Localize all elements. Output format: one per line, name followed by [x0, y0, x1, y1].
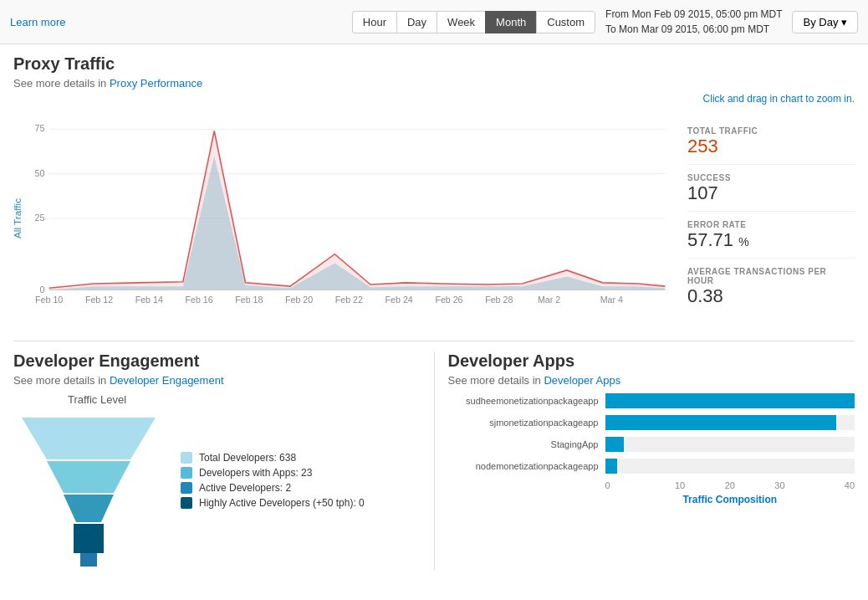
- svg-text:Feb 12: Feb 12: [85, 295, 113, 305]
- proxy-traffic-subtitle: See more details in Proxy Performance: [13, 77, 855, 90]
- bar-label-0: sudheemonetizationpackageapp: [448, 396, 599, 406]
- bar-fill-1: [605, 415, 836, 430]
- dev-apps-subtitle: See more details in Developer Apps: [448, 374, 855, 387]
- svg-text:Feb 10: Feb 10: [35, 295, 63, 305]
- learn-more-link[interactable]: Learn more: [10, 16, 65, 28]
- funnel-legend: Total Developers: 638 Developers with Ap…: [181, 452, 365, 512]
- svg-text:Mar 4: Mar 4: [600, 295, 623, 305]
- svg-rect-28: [80, 553, 97, 567]
- legend-item-3: Highly Active Developers (+50 tph): 0: [181, 497, 365, 509]
- bar-fill-0: [605, 393, 855, 408]
- legend-text-0: Total Developers: 638: [199, 452, 296, 464]
- developer-apps-section: Developer Apps See more details in Devel…: [435, 351, 855, 571]
- funnel-chart-wrapper: Traffic Level: [13, 393, 164, 571]
- error-rate-stat: ERROR RATE 57.71 %: [687, 220, 855, 259]
- bar-row-2: StagingApp: [448, 437, 855, 452]
- bar-row-0: sudheemonetizationpackageapp: [448, 393, 855, 408]
- svg-text:0: 0: [39, 285, 44, 295]
- proxy-traffic-section: Proxy Traffic See more details in Proxy …: [13, 54, 855, 327]
- toolbar-left: Learn more: [10, 16, 65, 28]
- dev-apps-link[interactable]: Developer Apps: [544, 374, 620, 387]
- avg-txn-value: 0.38: [687, 285, 855, 307]
- group-by-button[interactable]: By Day ▾: [792, 11, 858, 33]
- date-range: From Mon Feb 09 2015, 05:00 pm MDT To Mo…: [605, 7, 782, 37]
- success-label: SUCCESS: [687, 173, 855, 182]
- legend-color-2: [181, 482, 192, 494]
- legend-text-1: Developers with Apps: 23: [199, 467, 312, 479]
- svg-marker-25: [47, 461, 130, 493]
- day-button[interactable]: Day: [396, 11, 437, 33]
- custom-button[interactable]: Custom: [536, 11, 595, 33]
- bar-label-2: StagingApp: [448, 439, 599, 449]
- dev-engagement-link[interactable]: Developer Engagement: [110, 374, 224, 387]
- funnel-container: Traffic Level: [13, 393, 421, 571]
- svg-marker-9: [49, 156, 666, 290]
- chart-area: All Traffic 75 50 25 0: [13, 110, 674, 327]
- traffic-level-label: Traffic Level: [30, 393, 164, 406]
- bar-axis-label: Traffic Composition: [605, 494, 855, 505]
- bar-track-2: [605, 437, 855, 452]
- dev-engagement-subtitle: See more details in Developer Engagement: [13, 374, 421, 387]
- svg-text:25: 25: [35, 213, 45, 223]
- legend-text-2: Active Developers: 2: [199, 482, 291, 494]
- x-tick-4: 40: [804, 480, 855, 490]
- svg-text:Feb 20: Feb 20: [285, 295, 313, 305]
- svg-text:Feb 28: Feb 28: [485, 295, 513, 305]
- traffic-chart[interactable]: All Traffic 75 50 25 0: [13, 110, 674, 327]
- legend-item-2: Active Developers: 2: [181, 482, 365, 494]
- bar-track-3: [605, 459, 855, 474]
- bar-row-1: sjmonetizationpackageapp: [448, 415, 855, 430]
- bar-label-1: sjmonetizationpackageapp: [448, 418, 599, 428]
- x-tick-3: 30: [755, 480, 805, 490]
- toolbar: Learn more Hour Day Week Month Custom Fr…: [0, 0, 868, 44]
- svg-marker-10: [49, 131, 666, 290]
- total-traffic-label: TOTAL TRAFFIC: [687, 126, 855, 136]
- dev-engagement-title: Developer Engagement: [13, 351, 421, 371]
- total-traffic-value: 253: [687, 136, 855, 157]
- bar-x-axis: 0 10 20 30 40: [605, 480, 855, 490]
- svg-text:75: 75: [35, 123, 45, 133]
- month-button[interactable]: Month: [485, 11, 536, 33]
- x-tick-1: 10: [655, 480, 705, 490]
- svg-marker-26: [64, 495, 114, 522]
- svg-text:All Traffic: All Traffic: [13, 198, 23, 238]
- time-buttons: Hour Day Week Month Custom: [352, 11, 595, 33]
- proxy-performance-link[interactable]: Proxy Performance: [110, 77, 202, 90]
- date-to: To Mon Mar 09 2015, 06:00 pm MDT: [605, 22, 782, 37]
- total-traffic-stat: TOTAL TRAFFIC 253: [687, 126, 855, 165]
- svg-text:Feb 24: Feb 24: [385, 295, 413, 305]
- legend-item-1: Developers with Apps: 23: [181, 467, 365, 479]
- bar-fill-2: [605, 437, 624, 452]
- bar-track-1: [605, 415, 855, 430]
- zoom-hint: Click and drag in chart to zoom in.: [13, 93, 855, 105]
- svg-text:Feb 26: Feb 26: [435, 295, 462, 305]
- x-tick-2: 20: [705, 480, 755, 490]
- success-value: 107: [687, 182, 855, 204]
- funnel-chart: [13, 409, 164, 568]
- error-rate-value: 57.71 %: [687, 229, 855, 251]
- success-stat: SUCCESS 107: [687, 173, 855, 212]
- svg-text:50: 50: [35, 168, 45, 178]
- developer-engagement-section: Developer Engagement See more details in…: [13, 351, 435, 571]
- svg-text:Mar 2: Mar 2: [538, 295, 560, 305]
- svg-text:Feb 14: Feb 14: [135, 295, 163, 305]
- hour-button[interactable]: Hour: [352, 11, 396, 33]
- svg-text:Feb 16: Feb 16: [185, 295, 212, 305]
- error-rate-label: ERROR RATE: [687, 220, 855, 229]
- dev-apps-title: Developer Apps: [448, 351, 855, 371]
- svg-text:Feb 22: Feb 22: [335, 295, 363, 305]
- legend-text-3: Highly Active Developers (+50 tph): 0: [199, 497, 365, 509]
- bottom-row: Developer Engagement See more details in…: [13, 341, 855, 571]
- svg-rect-27: [74, 524, 104, 553]
- week-button[interactable]: Week: [437, 11, 485, 33]
- chart-container: All Traffic 75 50 25 0: [13, 110, 855, 327]
- legend-color-1: [181, 467, 192, 479]
- main-content: Proxy Traffic See more details in Proxy …: [0, 44, 868, 581]
- chart-stats: TOTAL TRAFFIC 253 SUCCESS 107 ERROR RATE…: [687, 110, 855, 327]
- avg-txn-stat: AVERAGE TRANSACTIONS PER HOUR 0.38: [687, 267, 855, 314]
- legend-color-3: [181, 497, 192, 509]
- svg-marker-24: [22, 418, 156, 459]
- bar-track-0: [605, 393, 855, 408]
- svg-text:Feb 18: Feb 18: [235, 295, 263, 305]
- avg-txn-label: AVERAGE TRANSACTIONS PER HOUR: [687, 267, 855, 285]
